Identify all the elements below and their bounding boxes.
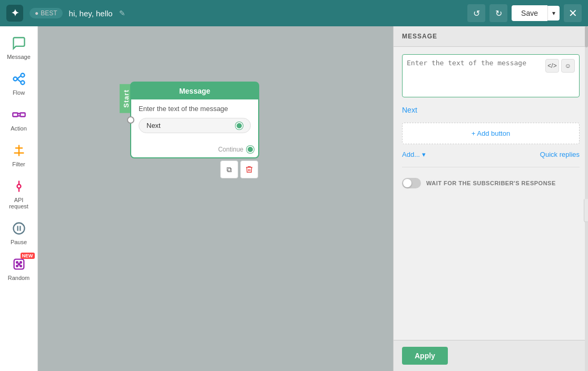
svg-point-19 [16,262,18,263]
panel-body: </> ☺ Next + Add button Add... ▾ Quick r… [394,47,588,340]
redo-button[interactable]: ↻ [489,4,507,22]
app-logo: ✦ [6,5,23,22]
wait-label: WAIT FOR THE SUBSCRIBER'S RESPONSE [426,180,556,186]
svg-point-21 [16,265,18,267]
sidebar-api-label: API request [4,197,34,209]
sidebar-item-filter-wrap: Filter [2,138,36,172]
save-button[interactable]: Save [512,5,547,21]
save-btn-group: Save ▾ [512,5,560,21]
canvas-area[interactable]: Start Message Enter the text of the mess… [38,26,393,371]
node-body-text: Enter the text of the message [139,105,251,113]
add-row: Add... ▾ Quick replies [402,151,580,158]
node-header: Message [131,83,258,99]
flow-name: hi, hey, hello [69,9,113,18]
api-icon [11,178,27,195]
sidebar: Message Flow [0,26,38,371]
add-dropdown-button[interactable]: Add... ▾ [402,151,426,158]
sidebar-flow-label: Flow [13,89,25,96]
apply-button[interactable]: Apply [402,347,448,365]
svg-point-2 [21,81,24,85]
sidebar-item-filter[interactable]: Filter [2,138,36,172]
svg-point-23 [18,264,19,265]
node-button-connector [236,122,243,129]
svg-point-15 [13,223,24,234]
bot-name-section: ● BEST [30,8,63,18]
flow-icon [11,71,27,87]
message-input-wrap: </> ☺ [402,54,580,97]
action-icon [11,106,27,123]
bot-badge: ● BEST [30,8,63,18]
sidebar-item-message-wrap: Message [2,31,36,64]
textarea-actions: </> ☺ [545,59,575,73]
bot-status-icon: ● [35,9,38,17]
divider [402,167,580,167]
svg-line-4 [17,79,21,82]
sidebar-item-api-wrap: API request [2,174,36,214]
sidebar-pause-label: Pause [11,239,27,245]
code-variable-button[interactable]: </> [545,59,559,73]
svg-rect-5 [13,113,17,117]
node-continue-connector [247,146,254,153]
close-button[interactable]: ✕ [564,4,582,22]
scroll-thumb[interactable] [585,26,588,47]
right-panel: MESSAGE </> ☺ Next + Add button [393,26,588,371]
wait-toggle[interactable] [402,178,421,188]
filter-icon [11,142,27,159]
node-continue-label: Continue [218,146,243,153]
sidebar-item-pause[interactable]: Pause [2,216,36,249]
sidebar-item-flow-wrap: Flow [2,66,36,100]
flow-node-message[interactable]: Message Enter the text of the message Ne… [130,82,259,158]
svg-point-1 [21,74,24,77]
save-dropdown-button[interactable]: ▾ [547,6,560,21]
svg-point-20 [20,262,22,263]
node-actions: ⧉ [220,161,258,178]
node-button-next[interactable]: Next [139,118,251,133]
copy-node-button[interactable]: ⧉ [220,161,238,178]
add-button-area[interactable]: + Add button [402,123,580,144]
new-badge: NEW [21,253,35,259]
pause-icon [11,220,27,237]
svg-rect-6 [20,113,25,117]
sidebar-item-action[interactable]: Action [2,102,36,136]
edit-flow-name-icon[interactable]: ✎ [119,9,125,17]
panel-title: MESSAGE [402,33,580,40]
svg-line-3 [17,76,21,79]
panel-next-button[interactable]: Next [402,104,417,116]
node-input-connector [127,116,134,124]
wait-toggle-row: WAIT FOR THE SUBSCRIBER'S RESPONSE [402,174,580,193]
sidebar-item-flow[interactable]: Flow [2,66,36,100]
sidebar-item-action-wrap: Action [2,102,36,136]
panel-header: MESSAGE [394,26,588,47]
topbar-actions: ↺ ↻ Save ▾ ✕ [467,4,582,22]
sidebar-item-pause-wrap: Pause [2,216,36,249]
sidebar-filter-label: Filter [12,161,25,167]
node-footer: Continue [131,143,258,157]
sidebar-item-message[interactable]: Message [2,31,36,64]
emoji-button[interactable]: ☺ [561,59,575,73]
topbar: ✦ ● BEST hi, hey, hello ✎ ↺ ↻ Save ▾ ✕ [0,0,588,26]
sidebar-action-label: Action [11,125,27,132]
message-icon [11,35,27,52]
quick-replies-button[interactable]: Quick replies [540,151,580,158]
panel-footer: Apply [394,340,588,371]
svg-point-12 [17,185,21,188]
chats-tab[interactable]: Chats [584,199,588,222]
node-body: Enter the text of the message Next [131,99,258,143]
delete-node-button[interactable] [240,161,258,178]
svg-point-22 [20,265,22,267]
svg-point-0 [13,77,17,81]
sidebar-random-label: Random [8,275,30,281]
undo-button[interactable]: ↺ [467,4,485,22]
sidebar-item-random-wrap: NEW Random [2,252,36,285]
toggle-knob [403,179,411,187]
sidebar-item-api[interactable]: API request [2,174,36,214]
bot-name: BEST [41,9,57,17]
main-layout: Message Flow [0,26,588,371]
sidebar-message-label: Message [7,54,31,60]
